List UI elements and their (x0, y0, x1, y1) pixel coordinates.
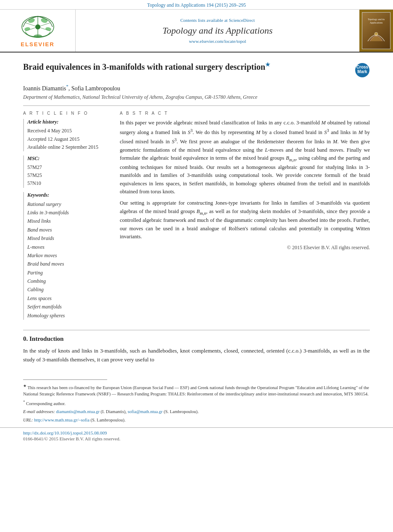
journal-link-bar: Topology and its Applications 194 (2015)… (0, 0, 393, 10)
keyword-5: Mixed braids (27, 234, 111, 242)
keyword-1: Rational surgery (27, 200, 111, 208)
paper-title-text: Braid equivalences in 3-manifolds with r… (23, 61, 351, 73)
header-section: ELSEVIER Contents lists available at Sci… (0, 10, 393, 53)
keyword-7: Markov moves (27, 251, 111, 260)
abstract-paragraph-2: Our setting is appropriate for construct… (120, 199, 370, 241)
sciencedirect-label[interactable]: ScienceDirect (229, 18, 255, 23)
keyword-8: Braid band moves (27, 260, 111, 268)
abstract-text: In this paper we provide algebraic mixed… (120, 119, 370, 241)
article-info-label: A R T I C L E I N F O (23, 111, 111, 116)
svg-point-8 (45, 26, 51, 31)
main-content: Braid equivalences in 3-manifolds with r… (0, 53, 393, 373)
introduction-text: In the study of knots and links in 3-man… (23, 347, 370, 364)
keyword-9: Parting (27, 269, 111, 277)
svg-text:Mark: Mark (357, 69, 367, 74)
accepted-date: Accepted 12 August 2015 (27, 135, 111, 143)
keyword-3: Mixed links (27, 217, 111, 225)
email-1-link[interactable]: diamantis@math.ntua.gr (56, 409, 100, 414)
keywords-block: Keywords: Rational surgery Links in 3-ma… (23, 192, 111, 320)
bottom-copyright: 0166-8641/© 2015 Elsevier B.V. All right… (23, 436, 121, 441)
footnote-1: ★ This research has been co-financed by … (23, 383, 370, 398)
elsevier-logo-box: ELSEVIER (0, 10, 76, 52)
abstract-column: A B S T R A C T In this paper we provide… (120, 111, 370, 324)
footnote-email: E-mail addresses: diamantis@math.ntua.gr… (23, 408, 370, 415)
paper-title: Braid equivalences in 3-manifolds with r… (23, 61, 351, 73)
sciencedirect-link: Contents lists available at ScienceDirec… (180, 18, 255, 23)
paper-title-section: Braid equivalences in 3-manifolds with r… (23, 61, 370, 78)
msc-block: MSC: 57M27 57M25 57N10 (23, 155, 111, 188)
journal-main-title: Topology and its Applications (162, 25, 272, 36)
keyword-6: L-moves (27, 243, 111, 251)
title-star: ★ (265, 61, 270, 68)
svg-point-7 (24, 26, 30, 31)
footnote-2-marker: * (23, 400, 25, 404)
bottom-bar: http://dx.doi.org/10.1016/j.topol.2015.0… (0, 427, 393, 445)
url-label: URL: (23, 418, 33, 422)
journal-url[interactable]: www.elsevier.com/locate/topol (189, 39, 246, 44)
keyword-14: Homology spheres (27, 311, 111, 320)
keyword-2: Links in 3-manifolds (27, 208, 111, 217)
svg-point-9 (34, 34, 42, 38)
introduction-heading: 0. Introduction (23, 335, 370, 342)
journal-title-box: Contents lists available at ScienceDirec… (76, 10, 359, 52)
email-2-link[interactable]: sofia@math.ntua.gr (128, 409, 163, 414)
elsevier-tree-icon (19, 14, 57, 40)
email-label: E-mail addresses: (23, 409, 55, 414)
footnote-section: ★ This research has been co-financed by … (0, 379, 393, 424)
abstract-label: A B S T R A C T (120, 111, 370, 116)
footnote-divider (23, 379, 107, 380)
two-col-section: A R T I C L E I N F O Article history: R… (23, 111, 370, 324)
available-date: Available online 2 September 2015 (27, 143, 111, 151)
journal-cover-image: Topology and its Applications (362, 12, 390, 49)
abstract-divider (23, 330, 370, 330)
abstract-copyright: © 2015 Elsevier B.V. All rights reserved… (120, 245, 370, 251)
abstract-paragraph-1: In this paper we provide algebraic mixed… (120, 119, 370, 196)
article-info-column: A R T I C L E I N F O Article history: R… (23, 111, 111, 324)
crossmark-badge-icon: Cross Mark (355, 63, 370, 78)
affiliation-line: Department of Mathematics, National Tech… (23, 94, 370, 101)
svg-point-10 (375, 32, 378, 36)
journal-link[interactable]: Topology and its Applications 194 (2015)… (147, 3, 246, 8)
article-history-block: Article history: Received 4 May 2015 Acc… (23, 119, 111, 151)
page-container: Topology and its Applications 194 (2015)… (0, 0, 393, 532)
svg-point-4 (35, 24, 40, 29)
keyword-13: Seifert manifolds (27, 303, 111, 311)
keyword-10: Combing (27, 277, 111, 285)
footnote-url: URL: http://www.math.ntua.gr/~sofia (S. … (23, 417, 370, 424)
journal-cover-box: Topology and its Applications (359, 10, 393, 52)
authors-line: Ioannis Diamantis*, Sofia Lambropoulou (23, 84, 370, 92)
footnote-1-marker: ★ (23, 384, 26, 388)
keyword-11: Cabling (27, 285, 111, 294)
footnote-2: * Corresponding author. (23, 399, 370, 407)
keyword-12: Lens spaces (27, 294, 111, 303)
cover-decoration-icon (366, 26, 387, 43)
keyword-4: Band moves (27, 226, 111, 234)
section-divider (23, 105, 370, 106)
elsevier-wordmark: ELSEVIER (21, 41, 54, 47)
doi-link[interactable]: http://dx.doi.org/10.1016/j.topol.2015.0… (23, 430, 370, 435)
url-link[interactable]: http://www.math.ntua.gr/~sofia (34, 418, 90, 422)
received-date: Received 4 May 2015 (27, 127, 111, 135)
svg-text:Cross: Cross (356, 65, 369, 69)
